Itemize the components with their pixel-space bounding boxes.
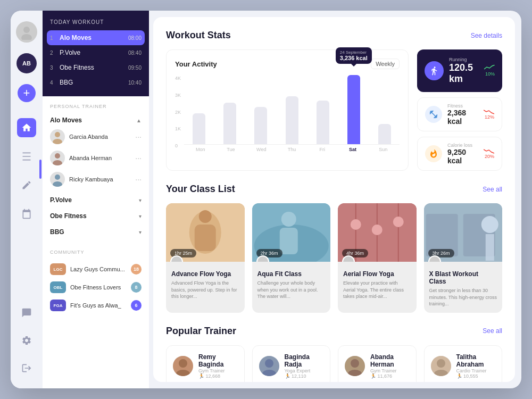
calorie-info: Calorie loss 9,250 kcal [447, 143, 478, 165]
community-item-lgc[interactable]: LGC Lazy Guys Commu... 18 [50, 260, 142, 278]
trainer-group-name: Alo Moves [50, 117, 82, 124]
sidebar-item-chart[interactable] [17, 147, 36, 166]
class-desc-xblast: Get stronger in less than 30 minutes. Th… [429, 287, 497, 307]
personal-trainer-title: PERSONAL TRAINER [50, 104, 142, 109]
class-name-aqua: Aqua Fit Class [257, 270, 326, 278]
calorie-label: Calorie loss [447, 143, 478, 148]
tooltip-value: 3,236 kcal [340, 55, 368, 61]
calorie-stat-card: Calorie loss 9,250 kcal 20% [417, 137, 502, 171]
trainer-group-pvolve-header[interactable]: P.Volve ▾ [50, 194, 142, 206]
add-button[interactable]: + [18, 84, 36, 102]
community-badge-lgc: LGC [50, 263, 66, 275]
chevron-down-icon: ▾ [139, 213, 142, 219]
bar-tue-fill [223, 103, 236, 144]
see-details-link[interactable]: See details [471, 32, 502, 39]
workout-list: 1 Alo Moves 08:00 2 P.Volve 08:40 3 Obe … [50, 30, 142, 90]
trainer-ricky[interactable]: Ricky Kambuaya ··· [50, 169, 142, 190]
trainer-card-avatar-talitha [431, 356, 451, 376]
trainer-group-obefitness-header[interactable]: Obe Fitness ▾ [50, 210, 142, 222]
x-label-wed: Wed [246, 147, 277, 152]
workout-item-1[interactable]: 1 Alo Moves 08:00 [47, 30, 145, 45]
trainer-more-icon[interactable]: ··· [135, 154, 142, 162]
class-name-aerial: Aerial Flow Yoga [343, 270, 411, 278]
chart-x-labels: Mon Tue Wed Thu Fri Sat Sun [184, 145, 400, 152]
bar-sun-fill [378, 124, 391, 144]
trainer-group-bbg-header[interactable]: BBG ▾ [50, 226, 142, 238]
workout-time: 08:40 [128, 50, 142, 56]
svg-point-38 [437, 359, 445, 368]
bar-fri [309, 101, 337, 144]
workout-name: Alo Moves [60, 34, 128, 41]
trainer-group-alomoves: Alo Moves ▲ Garcia Abanda ··· [50, 114, 142, 190]
class-cards: 1hr 25m Advance Flow Yoga Advanced Flow … [166, 203, 502, 313]
x-label-mon: Mon [185, 147, 215, 152]
community-count-lgc: 18 [131, 264, 142, 275]
class-card-yoga[interactable]: 1hr 25m Advance Flow Yoga Advanced Flow … [166, 203, 245, 313]
trainer-card-info-baginda: Baginda Radja Yoga Expert 🏃 12,110 [285, 353, 324, 379]
svg-point-22 [393, 217, 404, 227]
svg-point-35 [351, 359, 359, 368]
sidebar-item-home[interactable] [17, 118, 36, 137]
trainer-card-top-talitha: Talitha Abraham Cardio Trainer 🏃 10,555 [431, 353, 496, 379]
calorie-value: 9,250 kcal [447, 148, 478, 165]
workout-num: 1 [50, 35, 57, 41]
user-initials[interactable]: AB [16, 53, 37, 73]
community-item-fga[interactable]: FGA Fit's Guys as Alwa_ 6 [50, 296, 142, 314]
trainer-abanda[interactable]: Abanda Herman ··· [50, 147, 142, 169]
y-label-0: 0 [175, 143, 181, 148]
today-workout-title: TODAY WORKOUT [50, 19, 142, 25]
sidebar-item-edit[interactable] [17, 176, 36, 195]
calorie-trend: 20% [485, 154, 494, 159]
sidebar-item-logout[interactable] [17, 359, 36, 378]
community-count-obl: 8 [131, 282, 142, 293]
trainer-card-top-baginda: Baginda Radja Yoga Expert 🏃 12,110 [259, 353, 324, 379]
trainer-garcia[interactable]: Garcia Abanda ··· [50, 126, 142, 147]
trainer-group-obefitness: Obe Fitness ▾ [50, 210, 142, 222]
svg-point-6 [55, 174, 60, 180]
trainer-group-alomoves-header[interactable]: Alo Moves ▲ [50, 114, 142, 126]
class-desc-aqua: Challenge your whole body when you work … [257, 280, 326, 300]
bar-fri-fill [317, 101, 329, 144]
class-desc-yoga: Advanced Flow Yoga is the basics, powere… [171, 280, 239, 300]
class-card-xblast[interactable]: 3hr 26m X Blast Workout Class Get strong… [424, 203, 503, 313]
community-name-obl: Obe Fitness Lovers [70, 284, 131, 290]
class-see-all-link[interactable]: See all [483, 186, 502, 193]
trainer-card-name-baginda: Baginda Radja [285, 353, 324, 368]
workout-num: 3 [50, 65, 57, 71]
chevron-up-icon: ▲ [136, 118, 142, 123]
weekly-selector[interactable]: Weekly [371, 59, 400, 69]
running-trend: 10% [485, 71, 495, 77]
class-body-xblast: X Blast Workout Class Get stronger in le… [424, 262, 503, 313]
workout-item-3[interactable]: 3 Obe Fitness 09:50 [50, 60, 142, 75]
sidebar-item-calendar[interactable] [17, 204, 36, 223]
workout-item-4[interactable]: 4 BBG 10:40 [50, 75, 142, 90]
trainer-card-role-baginda: Yoga Expert [285, 368, 324, 373]
main-content: Workout Stats See details Your Activity … [153, 17, 515, 382]
sidebar-nav [17, 118, 36, 293]
user-avatar[interactable] [16, 21, 37, 43]
trainer-avatar [50, 172, 65, 187]
class-body-aqua: Aqua Fit Class Challenge your whole body… [252, 262, 331, 305]
svg-rect-11 [195, 225, 216, 251]
trainer-more-icon[interactable]: ··· [135, 132, 142, 141]
running-info: Running 120.5 km [449, 57, 479, 85]
workout-item-2[interactable]: 2 P.Volve 08:40 [50, 45, 142, 60]
chart-y-labels: 4K 3K 2K 1K 0 [175, 76, 181, 158]
trainer-group-name: BBG [50, 228, 64, 236]
svg-point-5 [53, 160, 62, 165]
class-card-aerial[interactable]: 4hr 36m Aerial Flow Yoga Elevate your pr… [338, 203, 417, 313]
trainer-card-name-talitha: Talitha Abraham [456, 353, 496, 368]
class-desc-aerial: Elevate your practice with Aerial Yoga. … [343, 280, 411, 300]
fitness-info: Fitness 2,368 kcal [447, 103, 478, 126]
fitness-label: Fitness [447, 103, 478, 109]
class-list-header: Your Class List See all [166, 184, 502, 195]
community-item-obl[interactable]: OBL Obe Fitness Lovers 8 [50, 278, 142, 296]
trainer-more-icon[interactable]: ··· [135, 175, 142, 184]
bar-tue [216, 103, 244, 144]
bar-sat-fill: 24 September 3,236 kcal [347, 75, 360, 144]
trainer-name: Ricky Kambuaya [69, 176, 135, 182]
sidebar-item-settings[interactable] [17, 331, 36, 350]
class-card-aqua[interactable]: 2hr 36m Aqua Fit Class Challenge your wh… [252, 203, 331, 313]
trainer-see-all-link[interactable]: See all [483, 327, 502, 335]
sidebar-item-chat[interactable] [17, 303, 36, 322]
